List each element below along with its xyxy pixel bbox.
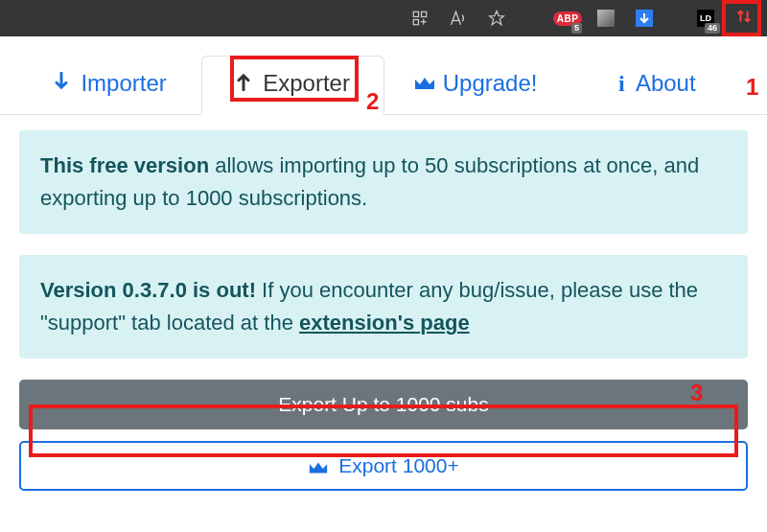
down-arrow-icon <box>54 70 76 96</box>
extension-square-icon[interactable] <box>589 4 623 33</box>
import-export-extension-icon[interactable] <box>727 4 761 33</box>
ld-extension-icon[interactable]: LD 46 <box>688 4 723 33</box>
download-arrow-icon <box>636 10 653 27</box>
svg-rect-1 <box>422 12 427 16</box>
apps-icon[interactable] <box>403 4 437 33</box>
export-premium-button[interactable]: Export 1000+ <box>19 441 748 491</box>
browser-toolbar: ABP 5 LD 46 <box>0 0 767 36</box>
tab-upgrade-label: Upgrade! <box>443 70 538 96</box>
free-version-notice: This free version allows importing up to… <box>19 130 748 234</box>
tab-exporter-label: Exporter <box>263 70 350 96</box>
tab-importer-label: Importer <box>81 70 166 96</box>
svg-rect-0 <box>413 12 418 16</box>
tab-about[interactable]: i About <box>567 57 749 114</box>
export-actions: Export Up to 1000 subs Export 1000+ <box>0 380 767 491</box>
favorite-star-icon[interactable] <box>479 4 514 33</box>
nav-tabs: Importer Exporter Upgrade! i About <box>0 36 767 115</box>
svg-marker-6 <box>490 12 504 25</box>
gradient-square-icon <box>597 10 615 27</box>
updown-arrows-icon <box>735 8 753 30</box>
info-icon: i <box>618 71 625 96</box>
crown-icon <box>308 459 329 476</box>
crown-icon <box>413 74 436 93</box>
tab-importer[interactable]: Importer <box>19 57 201 114</box>
ld-badge: 46 <box>705 23 720 34</box>
tab-upgrade[interactable]: Upgrade! <box>384 57 567 114</box>
free-notice-bold: This free version <box>40 153 209 177</box>
version-notice-bold: Version 0.3.7.0 is out! <box>40 278 256 302</box>
up-arrow-icon <box>236 70 258 96</box>
adblock-extension-icon[interactable]: ABP 5 <box>550 4 585 33</box>
svg-rect-2 <box>413 20 418 25</box>
extension-page-link[interactable]: extension's page <box>299 311 470 335</box>
page-content: This free version allows importing up to… <box>0 115 767 359</box>
export-free-button[interactable]: Export Up to 1000 subs <box>19 380 748 429</box>
tab-about-label: About <box>636 70 696 96</box>
version-notice: Version 0.3.7.0 is out! If you encounter… <box>19 255 748 359</box>
export-free-label: Export Up to 1000 subs <box>278 393 488 416</box>
download-extension-icon[interactable] <box>627 4 662 33</box>
read-aloud-icon[interactable] <box>441 4 476 33</box>
export-premium-label: Export 1000+ <box>338 454 459 477</box>
tab-exporter[interactable]: Exporter <box>201 56 385 115</box>
abp-badge: 5 <box>571 23 582 34</box>
